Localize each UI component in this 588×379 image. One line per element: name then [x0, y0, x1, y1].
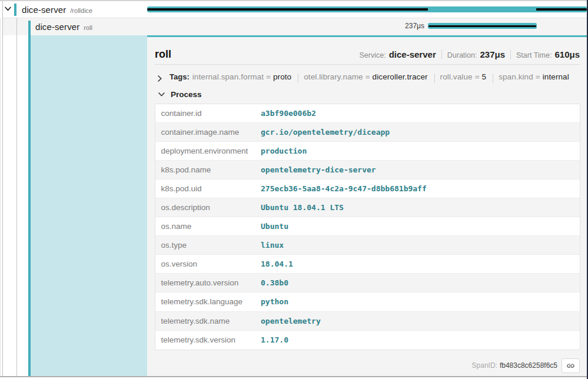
kv-value: opentelemetry: [261, 317, 321, 325]
kv-value: opentelemetry-dice-server: [261, 165, 376, 174]
tag-key: roll.value: [440, 72, 473, 81]
tag-key: span.kind: [499, 72, 533, 81]
critical-path-segment: [536, 8, 587, 11]
service-color-strip: [14, 4, 17, 16]
service-name: dice-server: [22, 5, 66, 15]
spanid-value: fb483c8c6258f6c5: [500, 361, 557, 370]
tags-label: Tags:: [170, 72, 190, 81]
table-row: telemetry.sdk.nameopentelemetry: [155, 312, 580, 331]
duration-value: 237μs: [480, 49, 505, 59]
tag-key: otel.library.name: [304, 72, 363, 81]
kv-key: k8s.pod.uid: [155, 184, 261, 193]
indent-guide: [2, 1, 3, 376]
tags-accordion[interactable]: Tags: internal.span.format = proto otel.…: [155, 72, 569, 84]
table-row: telemetry.sdk.languagepython: [155, 292, 580, 311]
span-name-row2[interactable]: dice-server roll: [35, 22, 92, 32]
table-row: k8s.pod.nameopentelemetry-dice-server: [155, 161, 580, 179]
link-icon: [566, 361, 575, 370]
span-overview: Service: dice-server Duration: 237μs Sta…: [235, 49, 580, 59]
tag-value: 5: [482, 72, 487, 81]
process-accordion[interactable]: Process: [158, 88, 202, 100]
tag-value: internal: [543, 72, 569, 81]
tag-equals: =: [475, 72, 480, 81]
kv-key: deployment.environment: [155, 147, 261, 155]
kv-key: telemetry.auto.version: [155, 278, 261, 287]
tag-equals: =: [266, 72, 271, 81]
service-label: Service:: [360, 51, 386, 59]
tag-separator: [493, 74, 493, 83]
tag-value: diceroller.tracer: [373, 72, 428, 81]
kv-key: telemetry.sdk.language: [155, 297, 261, 306]
operation-name: roll: [84, 24, 92, 31]
kv-value: 1.17.0: [261, 335, 288, 344]
tag-separator: [434, 74, 435, 83]
overview-separator: [510, 49, 511, 59]
critical-path-segment: [428, 25, 536, 28]
kv-value: 18.04.1: [261, 260, 293, 268]
table-row: container.ida3bf90e006b2: [155, 104, 580, 123]
kv-value: linux: [261, 241, 284, 250]
table-row: k8s.pod.uid275ecb36-5aa8-4c2a-9c47-d8bb6…: [155, 179, 580, 198]
kv-key: telemetry.sdk.name: [155, 317, 261, 325]
operation-name: /rolldice: [70, 7, 92, 14]
table-row: os.typelinux: [155, 236, 580, 255]
kv-key: os.type: [155, 241, 261, 250]
detail-row-color-fill: [31, 35, 147, 376]
table-row: os.descriptionUbuntu 18.04.1 LTS: [155, 198, 580, 217]
process-key-value-table: container.ida3bf90e006b2 container.image…: [155, 104, 581, 350]
collapse-chevron-icon[interactable]: [5, 6, 11, 11]
kv-value: 0.38b0: [261, 278, 288, 287]
chevron-down-icon: [158, 92, 165, 97]
kv-value: a3bf90e006b2: [261, 109, 316, 118]
kv-key: k8s.pod.name: [155, 165, 261, 174]
overview-separator: [441, 49, 442, 59]
span-duration-label: 237μs: [366, 22, 424, 30]
kv-value: Ubuntu 18.04.1 LTS: [261, 203, 344, 212]
table-row: container.image.namegcr.io/opentelemetry…: [155, 123, 580, 142]
span-name-row1[interactable]: dice-server /rolldice: [22, 5, 92, 15]
kv-key: os.version: [155, 260, 261, 268]
tag-separator: [298, 74, 298, 83]
start-time-label: Start Time:: [516, 51, 552, 59]
tag-equals: =: [366, 72, 370, 81]
spanid-label: SpanID:: [472, 361, 497, 370]
table-row: os.version18.04.1: [155, 255, 580, 274]
tag-value: proto: [273, 72, 291, 81]
kv-value: production: [261, 147, 307, 155]
table-row: os.nameUbuntu: [155, 217, 580, 236]
duration-label: Duration:: [447, 51, 477, 59]
tag-equals: =: [536, 72, 540, 81]
table-row: deployment.environmentproduction: [155, 142, 580, 161]
detail-row-bottom-border: [0, 376, 587, 377]
table-row: telemetry.sdk.version1.17.0: [155, 331, 580, 350]
start-time-value: 610μs: [554, 49, 580, 59]
chevron-right-icon: [158, 75, 162, 82]
deep-link-button[interactable]: [562, 358, 580, 373]
title-divider: [155, 64, 580, 65]
span-detail-title: roll: [155, 48, 171, 61]
service-value: dice-server: [389, 49, 436, 59]
process-label: Process: [171, 90, 202, 99]
kv-value: python: [261, 297, 288, 306]
kv-key: container.image.name: [155, 128, 261, 137]
span-detail-footer: SpanID: fb483c8c6258f6c5: [147, 357, 580, 374]
tag-key: internal.span.format: [192, 72, 264, 81]
table-row: telemetry.auto.version0.38b0: [155, 274, 580, 292]
indent-guide: [16, 18, 17, 376]
kv-key: container.id: [155, 109, 261, 118]
page-left-border: [0, 1, 1, 376]
kv-key: os.name: [155, 222, 261, 231]
kv-value: gcr.io/opentelemetry/diceapp: [261, 128, 390, 137]
kv-value: 275ecb36-5aa8-4c2a-9c47-d8bb681b9aff: [261, 184, 427, 193]
kv-key: telemetry.sdk.version: [155, 335, 261, 344]
service-name: dice-server: [35, 22, 79, 32]
critical-path-segment: [147, 8, 428, 11]
kv-value: Ubuntu: [261, 222, 288, 231]
kv-key: os.description: [155, 203, 261, 212]
jaeger-trace-timeline: dice-server /rolldice dice-server roll 2…: [0, 0, 588, 379]
